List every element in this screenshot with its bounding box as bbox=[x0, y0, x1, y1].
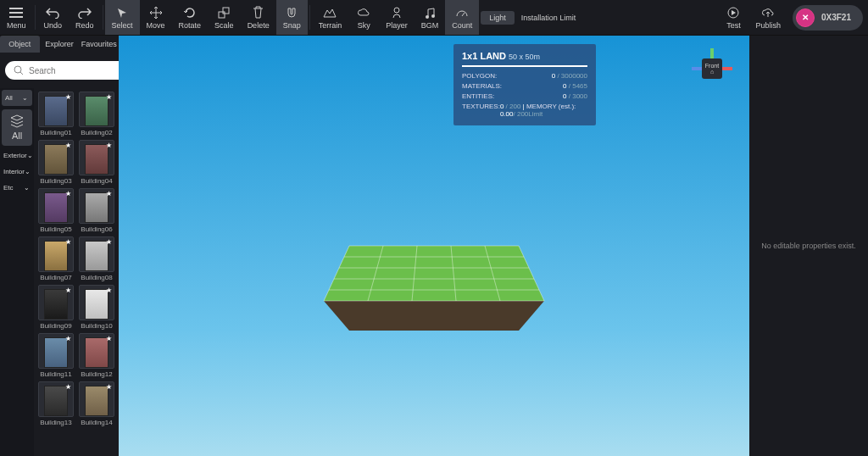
delete-tool-button[interactable]: Delete bbox=[241, 0, 276, 35]
user-pill[interactable]: ✕ 0X3F21 bbox=[793, 5, 863, 31]
terrain-label: Terrain bbox=[319, 21, 342, 30]
asset-item[interactable]: ★Building07 bbox=[37, 236, 75, 281]
rotate-label: Rotate bbox=[179, 21, 202, 30]
scale-tool-button[interactable]: Scale bbox=[208, 0, 241, 35]
test-button[interactable]: Test bbox=[718, 0, 748, 35]
bgm-button[interactable]: BGM bbox=[415, 0, 446, 35]
scale-label: Scale bbox=[214, 21, 234, 30]
land-plane-icon bbox=[298, 229, 570, 356]
asset-item[interactable]: ★Building08 bbox=[78, 236, 115, 281]
asset-item[interactable]: ★Building01 bbox=[37, 92, 75, 136]
sky-button[interactable]: Sky bbox=[348, 0, 379, 35]
layers-icon bbox=[10, 114, 24, 128]
player-icon bbox=[392, 6, 402, 19]
cat-all-top[interactable]: All⌄ bbox=[2, 90, 32, 106]
redo-button[interactable]: Redo bbox=[69, 0, 101, 35]
star-icon: ★ bbox=[106, 93, 112, 101]
properties-panel: No editable properties exist. bbox=[749, 36, 868, 456]
asset-item[interactable]: ★Building11 bbox=[37, 333, 75, 378]
scale-icon bbox=[218, 6, 230, 19]
asset-item[interactable]: ★Building02 bbox=[78, 92, 115, 136]
3d-viewport[interactable]: 1x1 LAND 50 x 50m POLYGON:0 / 3000000 MA… bbox=[119, 36, 749, 456]
count-button[interactable]: Count bbox=[445, 0, 479, 35]
asset-item[interactable]: ★Building09 bbox=[37, 285, 75, 330]
menu-button[interactable]: Menu bbox=[0, 0, 33, 35]
star-icon: ★ bbox=[106, 383, 112, 391]
select-tool-button[interactable]: Select bbox=[105, 0, 140, 35]
publish-label: Publish bbox=[755, 21, 781, 30]
resource-info-panel: 1x1 LAND 50 x 50m POLYGON:0 / 3000000 MA… bbox=[453, 44, 596, 125]
cursor-icon bbox=[116, 6, 128, 19]
star-icon: ★ bbox=[106, 286, 112, 294]
top-toolbar: Menu Undo Redo Select Move Rotate Scale … bbox=[0, 0, 868, 36]
star-icon: ★ bbox=[65, 286, 71, 294]
user-avatar-icon: ✕ bbox=[796, 8, 815, 27]
star-icon: ★ bbox=[65, 142, 71, 149]
play-circle-icon bbox=[726, 6, 740, 19]
test-label: Test bbox=[726, 21, 741, 30]
home-icon: ⌂ bbox=[710, 69, 714, 75]
move-icon bbox=[149, 6, 163, 19]
bgm-label: BGM bbox=[421, 21, 439, 30]
light-chip[interactable]: Light bbox=[481, 11, 515, 25]
snap-label: Snap bbox=[283, 21, 301, 30]
delete-label: Delete bbox=[248, 21, 270, 30]
tab-favourites[interactable]: Favourites bbox=[79, 36, 119, 53]
cat-interior[interactable]: Interior⌄ bbox=[0, 164, 34, 180]
redo-label: Redo bbox=[75, 21, 94, 30]
user-id: 0X3F21 bbox=[821, 13, 851, 22]
svg-point-2 bbox=[394, 8, 399, 13]
rotate-icon bbox=[183, 6, 197, 19]
star-icon: ★ bbox=[65, 190, 71, 197]
player-label: Player bbox=[386, 21, 408, 30]
tab-object[interactable]: Object bbox=[0, 36, 40, 53]
asset-item[interactable]: ★Building12 bbox=[78, 333, 115, 378]
asset-item[interactable]: ★Building06 bbox=[78, 188, 115, 233]
move-tool-button[interactable]: Move bbox=[140, 0, 172, 35]
cat-etc[interactable]: Etc⌄ bbox=[0, 180, 34, 196]
snap-tool-button[interactable]: Snap bbox=[276, 0, 308, 35]
chevron-down-icon: ⌄ bbox=[27, 152, 33, 159]
asset-item[interactable]: ★Building03 bbox=[37, 140, 75, 185]
music-icon bbox=[424, 6, 436, 19]
select-label: Select bbox=[112, 21, 133, 30]
star-icon: ★ bbox=[65, 335, 71, 342]
redo-icon bbox=[78, 6, 92, 19]
asset-item[interactable]: ★Building04 bbox=[78, 140, 115, 185]
svg-marker-11 bbox=[324, 246, 544, 301]
svg-point-4 bbox=[431, 14, 435, 18]
terrain-icon bbox=[323, 6, 337, 19]
svg-rect-1 bbox=[223, 8, 229, 14]
gizmo-face[interactable]: Front⌂ bbox=[702, 58, 722, 79]
asset-grid: ★Building01 ★Building02 ★Building03 ★Bui… bbox=[34, 88, 119, 456]
terrain-button[interactable]: Terrain bbox=[312, 0, 349, 35]
count-label: Count bbox=[452, 21, 472, 30]
asset-item[interactable]: ★Building10 bbox=[78, 285, 115, 330]
trash-icon bbox=[253, 6, 264, 19]
cat-exterior[interactable]: Exterior⌄ bbox=[0, 147, 34, 164]
asset-panel: Object Explorer Favourites All⌄ All Exte… bbox=[0, 36, 119, 456]
tab-explorer[interactable]: Explorer bbox=[40, 36, 80, 53]
asset-item[interactable]: ★Building05 bbox=[37, 188, 75, 233]
chevron-down-icon: ⌄ bbox=[24, 184, 30, 192]
gauge-icon bbox=[455, 6, 469, 19]
star-icon: ★ bbox=[65, 383, 71, 391]
player-button[interactable]: Player bbox=[379, 0, 415, 35]
cloud-upload-icon bbox=[761, 6, 775, 19]
chevron-down-icon: ⌄ bbox=[22, 94, 28, 102]
svg-point-6 bbox=[14, 66, 21, 73]
sky-label: Sky bbox=[358, 21, 370, 30]
orientation-gizmo[interactable]: Front⌂ bbox=[692, 48, 732, 89]
publish-button[interactable]: Publish bbox=[748, 0, 787, 35]
star-icon: ★ bbox=[106, 142, 112, 149]
asset-item[interactable]: ★Building14 bbox=[78, 381, 115, 426]
asset-item[interactable]: ★Building13 bbox=[37, 381, 75, 426]
undo-button[interactable]: Undo bbox=[37, 0, 70, 35]
rotate-tool-button[interactable]: Rotate bbox=[172, 0, 209, 35]
svg-marker-10 bbox=[324, 301, 544, 331]
land-title: 1x1 LAND bbox=[462, 51, 506, 61]
star-icon: ★ bbox=[65, 238, 71, 246]
cloud-icon bbox=[357, 6, 370, 19]
cat-all[interactable]: All bbox=[2, 109, 32, 146]
asset-tabs: Object Explorer Favourites bbox=[0, 36, 119, 53]
